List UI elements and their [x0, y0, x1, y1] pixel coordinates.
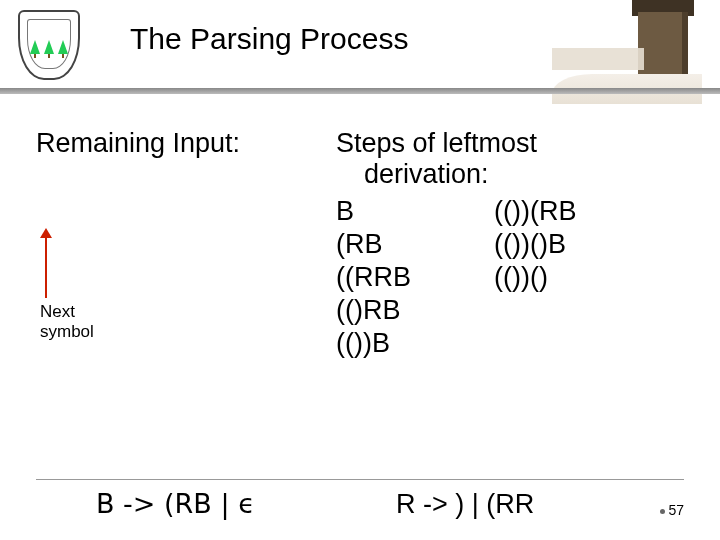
shield-icon — [18, 10, 80, 80]
deriv-cell: (())B — [336, 328, 486, 359]
right-column: Steps of leftmost derivation: B (())(RB … — [336, 128, 684, 470]
left-column: Remaining Input: Next symbol — [36, 128, 336, 470]
deriv-cell: (())()B — [494, 229, 684, 260]
grammar-rule-b: B -> (RB | ϵ — [36, 488, 396, 519]
slide: The Parsing Process Remaining Input: Nex… — [0, 0, 720, 540]
deriv-cell: ((RRB — [336, 262, 486, 293]
next-symbol-label: Next symbol — [40, 302, 94, 341]
next-symbol-label-l1: Next — [40, 302, 94, 322]
deriv-cell: (())(RB — [494, 196, 684, 227]
header-divider — [0, 88, 720, 94]
content-body: Remaining Input: Next symbol Steps of le… — [36, 128, 684, 470]
deriv-cell — [494, 328, 684, 359]
deriv-cell — [494, 295, 684, 326]
arrow-up-icon — [45, 238, 47, 298]
header: The Parsing Process — [0, 0, 720, 90]
deriv-cell: B — [336, 196, 486, 227]
grammar-rule-r: R -> ) | (RR — [396, 489, 660, 520]
tree-icon — [44, 40, 54, 54]
derivation-heading-l1: Steps of leftmost — [336, 128, 684, 159]
deriv-cell: (())() — [494, 262, 684, 293]
remaining-input-heading: Remaining Input: — [36, 128, 336, 159]
page-number: 57 — [660, 502, 684, 520]
grammar-row: B -> (RB | ϵ R -> ) | (RR 57 — [36, 488, 684, 520]
page-title: The Parsing Process — [130, 22, 408, 56]
deriv-cell: (()RB — [336, 295, 486, 326]
derivation-heading-l2: derivation: — [336, 159, 684, 190]
bullet-icon — [660, 509, 665, 514]
derivation-heading: Steps of leftmost derivation: — [336, 128, 684, 190]
derivation-table: B (())(RB (RB (())()B ((RRB (())() (()RB… — [336, 196, 684, 359]
tree-icon — [30, 40, 40, 54]
footer: B -> (RB | ϵ R -> ) | (RR 57 — [36, 479, 684, 520]
next-symbol-pointer: Next symbol — [40, 238, 94, 341]
page-number-value: 57 — [668, 502, 684, 518]
university-logo — [18, 10, 76, 76]
footer-divider — [36, 479, 684, 480]
next-symbol-label-l2: symbol — [40, 322, 94, 342]
deriv-cell: (RB — [336, 229, 486, 260]
tree-icon — [58, 40, 68, 54]
